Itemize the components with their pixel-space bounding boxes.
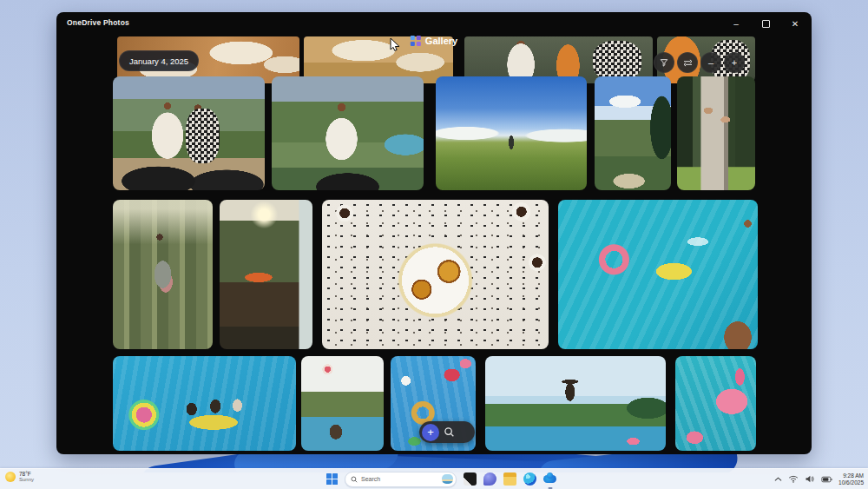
file-explorer-button[interactable] [503,472,516,486]
onedrive-photos-window: OneDrive Photos – ✕ Gallery January 4, 2… [56,12,812,454]
photo-tile[interactable] [595,76,671,190]
close-icon: ✕ [792,19,799,29]
filter-button[interactable] [654,52,674,73]
system-tray: 9:28 AM 10/6/2025 [774,469,864,489]
plus-icon: + [427,426,434,438]
photo-tile[interactable] [558,200,758,349]
photo-tile[interactable] [677,76,755,190]
start-button[interactable] [326,473,338,485]
hidden-icons-chevron[interactable] [774,477,782,482]
date-badge: January 4, 2025 [119,50,199,71]
zoom-out-button[interactable]: – [700,52,721,73]
minimize-icon: – [733,19,739,29]
photo-tile[interactable] [113,76,265,190]
battery-icon[interactable] [821,476,832,483]
window-title: OneDrive Photos [67,18,129,27]
funnel-icon [660,58,668,67]
search-label: Search [361,476,438,482]
edge-browser-button[interactable] [523,472,536,486]
minimize-button[interactable]: – [721,12,751,35]
floating-action-bar: + [419,421,475,443]
mouse-cursor [390,37,400,52]
chat-app-button[interactable] [483,472,496,486]
onedrive-cloud-icon [543,475,556,483]
minus-icon: – [708,58,713,68]
close-button[interactable]: ✕ [780,12,810,35]
weather-widget[interactable]: 78°F Sunny [5,471,34,483]
photo-tile[interactable] [220,200,312,349]
adjust-button[interactable] [677,52,698,73]
photo-tile[interactable] [675,356,756,451]
speaker-icon[interactable] [805,475,815,483]
photo-tile[interactable] [322,200,549,349]
photo-tile[interactable] [113,200,213,349]
magnifier-icon[interactable] [444,426,455,438]
maximize-button[interactable] [751,12,780,35]
photo-tile[interactable] [436,76,587,190]
tray-date: 10/6/2025 [838,479,864,486]
search-icon [351,476,358,483]
wifi-icon[interactable] [788,475,799,483]
zoom-in-button[interactable]: + [724,52,745,73]
tray-time: 9:28 AM [843,472,864,479]
search-highlight-image [442,474,453,484]
clock-widget[interactable]: 9:28 AM 10/6/2025 [838,472,864,486]
photo-tile[interactable] [485,356,666,451]
gallery-header: Gallery [411,36,457,46]
gallery-grid-icon [411,36,421,46]
task-view-button[interactable] [464,472,477,486]
windows-logo-icon [326,473,338,485]
onedrive-app-button[interactable] [543,472,556,486]
gallery-toolbar: – + [654,52,745,73]
photo-tile[interactable] [272,76,424,190]
photo-tile[interactable] [301,356,384,451]
sun-icon [5,472,16,482]
date-badge-label: January 4, 2025 [129,56,188,66]
titlebar[interactable]: OneDrive Photos – ✕ [56,12,812,35]
taskbar: 78°F Sunny Search [0,468,868,489]
add-button[interactable]: + [422,424,439,441]
sliders-icon [683,59,693,67]
maximize-icon [762,20,770,28]
weather-temperature: 78°F [19,471,34,477]
weather-condition: Sunny [19,477,34,483]
taskbar-center: Search [326,469,556,489]
photo-tile[interactable] [113,356,296,451]
plus-icon: + [732,58,737,68]
search-box[interactable]: Search [345,472,457,487]
gallery-header-label: Gallery [425,36,457,46]
